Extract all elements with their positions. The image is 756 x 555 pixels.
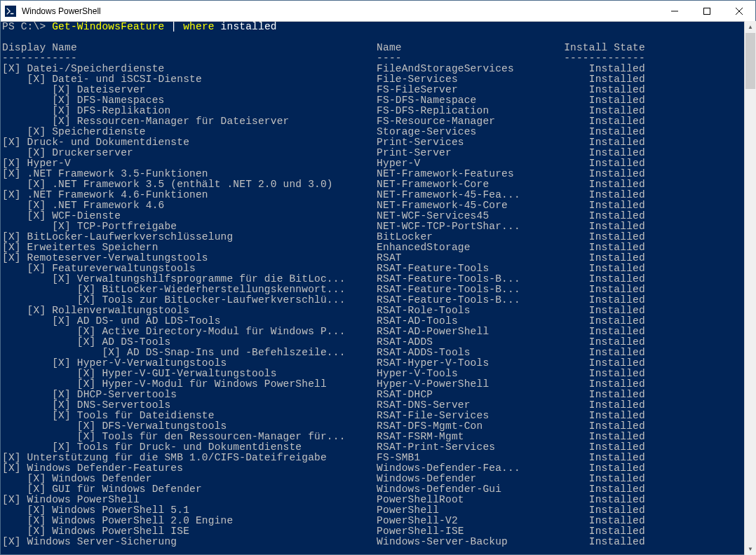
minimize-button[interactable] bbox=[659, 1, 691, 21]
feature-row: [X] Windows PowerShell PowerShellRoot In… bbox=[2, 495, 755, 505]
maximize-button[interactable] bbox=[691, 1, 723, 21]
feature-row: [X] Speicherdienste Storage-Services Ins… bbox=[2, 127, 755, 137]
feature-row: [X] .NET Framework 4.6 NET-Framework-45-… bbox=[2, 200, 755, 211]
feature-row: [X] Datei- und iSCSI-Dienste File-Servic… bbox=[2, 74, 755, 85]
terminal-output[interactable]: PS C:\> Get-WindowsFeature | where insta… bbox=[1, 22, 755, 554]
where-cmdlet: where bbox=[183, 21, 215, 32]
feature-row: [X] TCP-Portfreigabe NET-WCF-TCP-PortSha… bbox=[2, 221, 755, 232]
feature-row: [X] Tools für den Ressourcen-Manager für… bbox=[2, 432, 755, 442]
header-underline: ------------ ---- ------------- bbox=[2, 53, 755, 64]
blank-line bbox=[2, 32, 755, 43]
powershell-icon bbox=[5, 6, 16, 17]
feature-row: [X] Remoteserver-Verwaltungstools RSAT I… bbox=[2, 253, 755, 263]
feature-row: [X] .NET Framework 3.5 (enthält .NET 2.0… bbox=[2, 179, 755, 190]
feature-row: [X] GUI für Windows Defender Windows-Def… bbox=[2, 484, 755, 495]
feature-row: [X] Windows Defender Windows-Defender In… bbox=[2, 474, 755, 484]
feature-row: [X] AD DS-Snap-Ins und -Befehlszeile... … bbox=[2, 348, 755, 358]
feature-row: [X] Windows Defender-Features Windows-De… bbox=[2, 463, 755, 474]
pipe-operator: | bbox=[164, 21, 183, 32]
feature-row: [X] WCF-Dienste NET-WCF-Services45 Insta… bbox=[2, 211, 755, 221]
feature-row: [X] DFS-Replikation FS-DFS-Replication I… bbox=[2, 106, 755, 116]
feature-row: [X] Dateiserver FS-FileServer Installed bbox=[2, 85, 755, 95]
feature-row: [X] AD DS-Tools RSAT-ADDS Installed bbox=[2, 337, 755, 348]
scroll-up-arrow-icon[interactable]: ▲ bbox=[745, 21, 756, 33]
close-icon bbox=[736, 8, 743, 15]
feature-row: [X] DNS-Servertools RSAT-DNS-Server Inst… bbox=[2, 400, 755, 411]
feature-row: [X] Tools zur BitLocker-Laufwerkverschlü… bbox=[2, 295, 755, 306]
feature-row: [X] DHCP-Servertools RSAT-DHCP Installed bbox=[2, 390, 755, 400]
feature-row: [X] DFS-Verwaltungstools RSAT-DFS-Mgmt-C… bbox=[2, 421, 755, 432]
cmd-argument: installed bbox=[215, 21, 277, 32]
feature-row: [X] Featureverwaltungstools RSAT-Feature… bbox=[2, 263, 755, 274]
prompt-line: PS C:\> Get-WindowsFeature | where insta… bbox=[2, 22, 755, 32]
feature-row: [X] Windows Server-Sicherung Windows-Ser… bbox=[2, 537, 755, 547]
feature-row: [X] Hyper-V-Verwaltungstools RSAT-Hyper-… bbox=[2, 358, 755, 369]
feature-row: [X] Active Directory-Modul für Windows P… bbox=[2, 327, 755, 337]
feature-row: [X] Hyper-V-Modul für Windows PowerShell… bbox=[2, 379, 755, 390]
feature-row: [X] AD DS- und AD LDS-Tools RSAT-AD-Tool… bbox=[2, 316, 755, 327]
window-title: Windows PowerShell bbox=[22, 6, 659, 16]
feature-row: [X] BitLocker-Laufwerkverschlüsselung Bi… bbox=[2, 232, 755, 242]
window-controls bbox=[659, 1, 755, 21]
titlebar[interactable]: Windows PowerShell bbox=[1, 1, 755, 22]
feature-row: [X] Druck- und Dokumentdienste Print-Ser… bbox=[2, 137, 755, 148]
feature-row: [X] Datei-/Speicherdienste FileAndStorag… bbox=[2, 64, 755, 74]
powershell-window: Windows PowerShell PS C:\> Get-WindowsFe… bbox=[0, 0, 756, 555]
feature-row: [X] Hyper-V Hyper-V Installed bbox=[2, 158, 755, 169]
feature-row: [X] .NET Framework 4.6-Funktionen NET-Fr… bbox=[2, 190, 755, 200]
feature-row: [X] Rollenverwaltungstools RSAT-Role-Too… bbox=[2, 306, 755, 316]
feature-row: [X] Windows PowerShell ISE PowerShell-IS… bbox=[2, 526, 755, 537]
scroll-down-arrow-icon[interactable]: ▼ bbox=[745, 543, 756, 555]
feature-row: [X] Unterstützung für die SMB 1.0/CIFS-D… bbox=[2, 453, 755, 463]
feature-row: [X] Druckerserver Print-Server Installed bbox=[2, 148, 755, 158]
feature-row: [X] BitLocker-Wiederherstellungskennwort… bbox=[2, 285, 755, 295]
feature-row: [X] Ressourcen-Manager für Dateiserver F… bbox=[2, 116, 755, 127]
column-headers: Display Name Name Install State bbox=[2, 43, 755, 53]
feature-row: [X] Windows PowerShell 5.1 PowerShell In… bbox=[2, 505, 755, 516]
feature-row: [X] Tools für Druck- und Dokumentdienste… bbox=[2, 442, 755, 453]
close-button[interactable] bbox=[723, 1, 755, 21]
prompt-prefix: PS C:\> bbox=[2, 21, 52, 32]
cmdlet-name: Get-WindowsFeature bbox=[52, 21, 164, 32]
feature-row: [X] Verwaltungshilfsprogramme für die Bi… bbox=[2, 274, 755, 285]
feature-row: [X] Tools für Dateidienste RSAT-File-Ser… bbox=[2, 411, 755, 421]
feature-row: [X] Hyper-V-GUI-Verwaltungstools Hyper-V… bbox=[2, 369, 755, 379]
feature-row: [X] Windows PowerShell 2.0 Engine PowerS… bbox=[2, 516, 755, 526]
svg-rect-1 bbox=[704, 8, 710, 14]
feature-row: [X] .NET Framework 3.5-Funktionen NET-Fr… bbox=[2, 169, 755, 179]
feature-row: [X] Erweitertes Speichern EnhancedStorag… bbox=[2, 242, 755, 253]
scroll-thumb[interactable] bbox=[745, 33, 755, 89]
feature-row: [X] DFS-Namespaces FS-DFS-Namespace Inst… bbox=[2, 95, 755, 106]
vertical-scrollbar[interactable]: ▲ ▼ bbox=[744, 21, 756, 555]
maximize-icon bbox=[703, 8, 710, 15]
minimize-icon bbox=[671, 8, 678, 15]
